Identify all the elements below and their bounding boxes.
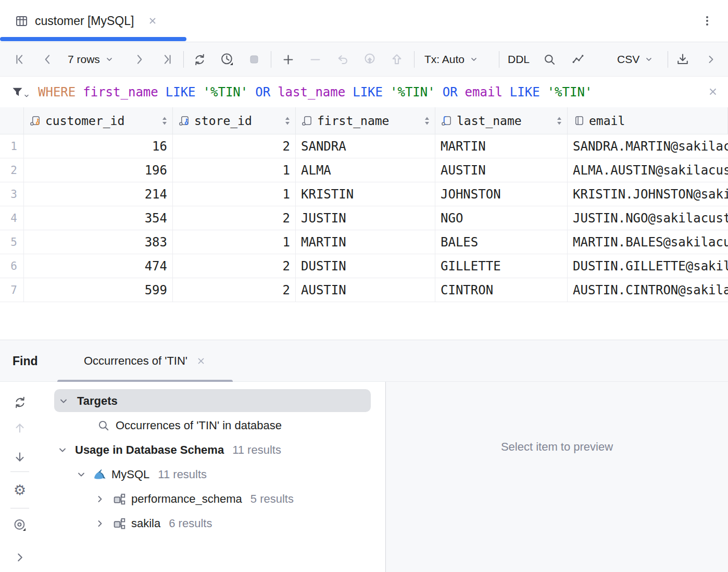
query-history-button[interactable] [220, 52, 234, 67]
table-cell[interactable]: ALMA.AUSTIN@sakilacustomer.org [568, 158, 728, 182]
table-cell[interactable]: 599 [24, 278, 173, 302]
sql-token: '%TIN' [390, 85, 435, 100]
row-number[interactable]: 3 [0, 182, 24, 206]
table-cell[interactable]: MARTIN [296, 230, 435, 254]
row-number[interactable]: 4 [0, 206, 24, 230]
table-cell[interactable]: AUSTIN [435, 158, 568, 182]
column-header-first-name[interactable]: first_name [296, 107, 435, 134]
sort-toggle-icon[interactable] [556, 116, 563, 126]
export-format-selector[interactable]: CSV [617, 42, 653, 77]
tree-item-schema-performance[interactable]: performance_schema 5 results [41, 487, 385, 511]
filter-funnel-icon[interactable] [10, 85, 30, 99]
chevron-down-icon[interactable] [57, 445, 68, 455]
tab-customer-mysql[interactable]: customer [MySQL] [0, 0, 186, 42]
page-size-selector[interactable]: 7 rows [68, 42, 114, 77]
table-cell[interactable]: 383 [24, 230, 173, 254]
tree-item-mysql-datasource[interactable]: MySQL 11 results [41, 462, 385, 487]
export-format-label: CSV [617, 53, 639, 66]
table-cell[interactable]: JUSTIN.NGO@sakilacustomer.org [568, 206, 728, 230]
filter-close-icon[interactable] [707, 86, 719, 97]
toolbar-overflow-chevron-icon[interactable] [704, 52, 718, 67]
row-number[interactable]: 7 [0, 278, 24, 302]
table-cell[interactable]: 16 [24, 134, 173, 158]
table-cell[interactable]: MARTIN [435, 134, 568, 158]
table-cell[interactable]: ALMA [296, 158, 435, 182]
table-cell[interactable]: GILLETTE [435, 254, 568, 278]
revert-changes-button[interactable] [335, 52, 350, 67]
chart-button[interactable] [571, 52, 585, 67]
tree-item-usage-in-schema[interactable]: Usage in Database Schema 11 results [41, 438, 385, 462]
rail-expand-chevron-icon[interactable] [12, 550, 27, 565]
submit-button[interactable] [390, 52, 404, 67]
delete-row-button[interactable] [308, 52, 322, 67]
chevron-right-icon[interactable] [95, 518, 105, 529]
row-number[interactable]: 2 [0, 158, 24, 182]
table-cell[interactable]: KRISTIN [296, 182, 435, 206]
export-data-button[interactable] [675, 52, 690, 67]
previous-occurrence-button[interactable] [12, 421, 27, 436]
preview-options-icon[interactable] [12, 518, 27, 532]
table-cell[interactable]: AUSTIN.CINTRON@sakilacustomer.org [568, 278, 728, 302]
column-header-email[interactable]: email [568, 107, 728, 134]
table-cell[interactable]: DUSTIN [296, 254, 435, 278]
table-cell[interactable]: BALES [435, 230, 568, 254]
table-cell[interactable]: CINTRON [435, 278, 568, 302]
previous-page-button[interactable] [41, 52, 55, 67]
table-cell[interactable]: MARTIN.BALES@sakilacustomer.org [568, 230, 728, 254]
sort-toggle-icon[interactable] [284, 116, 291, 126]
sort-toggle-icon[interactable] [161, 116, 168, 126]
stop-button[interactable] [247, 52, 261, 67]
table-cell[interactable]: AUSTIN [296, 278, 435, 302]
chevron-right-icon[interactable] [95, 494, 105, 504]
first-page-button[interactable] [14, 52, 28, 67]
table-cell[interactable]: DUSTIN.GILLETTE@sakilacustomer.org [568, 254, 728, 278]
table-cell[interactable]: 2 [173, 134, 296, 158]
table-cell[interactable]: 2 [173, 206, 296, 230]
table-cell[interactable]: KRISTIN.JOHNSTON@sakilacustomer.org [568, 182, 728, 206]
column-header-customer-id[interactable]: customer_id [24, 107, 173, 134]
row-number[interactable]: 5 [0, 230, 24, 254]
chevron-down-icon[interactable] [58, 396, 69, 406]
table-cell[interactable]: SANDRA.MARTIN@sakilacustomer.org [568, 134, 728, 158]
table-cell[interactable]: JOHNSTON [435, 182, 568, 206]
tree-item-schema-sakila[interactable]: sakila 6 results [41, 511, 385, 536]
settings-gear-icon[interactable]: ⚙ [12, 483, 27, 498]
table-cell[interactable]: 354 [24, 206, 173, 230]
table-cell[interactable]: 474 [24, 254, 173, 278]
chevron-down-icon[interactable] [76, 469, 86, 480]
table-cell[interactable]: 2 [173, 254, 296, 278]
sql-token: first_name [83, 85, 158, 100]
sort-toggle-icon[interactable] [423, 116, 431, 126]
column-header-last-name[interactable]: last_name [435, 107, 568, 134]
table-cell[interactable]: 1 [173, 182, 296, 206]
next-page-button[interactable] [132, 52, 146, 67]
add-row-button[interactable] [281, 52, 295, 67]
table-cell[interactable]: JUSTIN [296, 206, 435, 230]
header-corner[interactable] [0, 107, 24, 134]
table-cell[interactable]: 2 [173, 278, 296, 302]
find-tab-occurrences[interactable]: Occurrences of 'TIN' [57, 340, 233, 382]
row-number[interactable]: 6 [0, 254, 24, 278]
ddl-button[interactable]: DDL [508, 42, 530, 77]
filter-expression-input[interactable]: WHEREfirst_nameLIKE'%TIN'ORlast_nameLIKE… [38, 85, 599, 100]
tab-close-icon[interactable] [147, 16, 158, 26]
find-in-grid-button[interactable] [542, 52, 557, 67]
tree-item-targets[interactable]: Targets [41, 389, 385, 413]
table-cell[interactable]: 1 [173, 230, 296, 254]
preview-changes-button[interactable] [362, 52, 377, 67]
editor-options-kebab-icon[interactable] [700, 14, 714, 28]
rerun-search-button[interactable] [12, 395, 27, 409]
table-cell[interactable]: NGO [435, 206, 568, 230]
table-cell[interactable]: 214 [24, 182, 173, 206]
table-cell[interactable]: 196 [24, 158, 173, 182]
reload-data-button[interactable] [192, 52, 207, 67]
find-tab-close-icon[interactable] [196, 356, 206, 366]
next-occurrence-button[interactable] [12, 450, 27, 464]
row-number[interactable]: 1 [0, 134, 24, 158]
transaction-mode-selector[interactable]: Tx: Auto [424, 42, 478, 77]
table-cell[interactable]: 1 [173, 158, 296, 182]
last-page-button[interactable] [159, 52, 173, 67]
tree-item-search-target[interactable]: Occurrences of 'TIN' in database [41, 413, 385, 438]
table-cell[interactable]: SANDRA [296, 134, 435, 158]
column-header-store-id[interactable]: store_id [173, 107, 296, 134]
